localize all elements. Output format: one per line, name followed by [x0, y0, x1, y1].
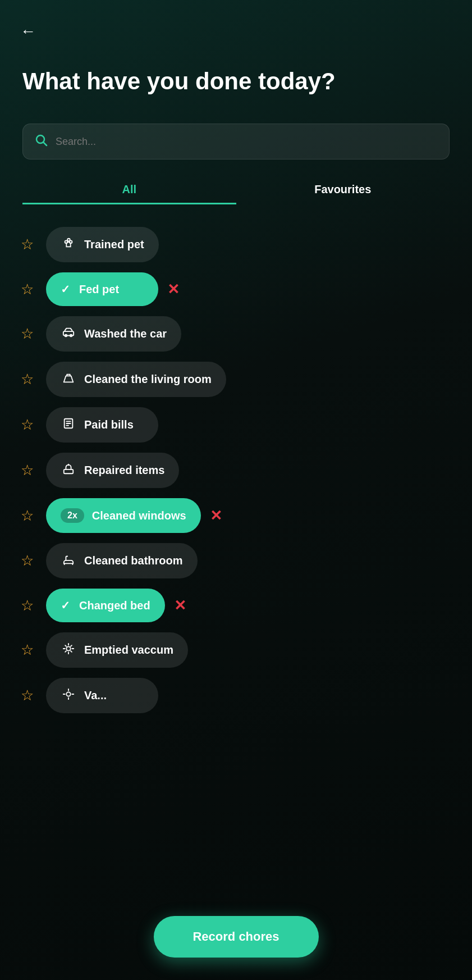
list-item: ☆ Paid bills	[17, 407, 455, 443]
list-item: ☆ Emptied vaccum	[17, 632, 455, 668]
list-item: ☆ ✓ Fed pet ✕	[17, 272, 455, 306]
chore-pill-paid-bills[interactable]: Paid bills	[46, 407, 158, 443]
remove-button[interactable]: ✕	[174, 597, 186, 614]
chore-label: Changed bed	[79, 599, 150, 612]
list-item: ☆ Repaired items	[17, 453, 455, 488]
remove-button[interactable]: ✕	[210, 507, 222, 525]
chore-icon-trained-pet	[61, 237, 76, 252]
chore-pill-repaired-items[interactable]: Repaired items	[46, 453, 179, 488]
search-icon	[34, 133, 48, 150]
svg-point-14	[66, 647, 70, 651]
star-button[interactable]: ☆	[17, 462, 37, 479]
chore-pill-washed-car[interactable]: Washed the car	[46, 316, 181, 352]
chore-label: Cleaned windows	[92, 509, 186, 522]
tab-bar: All Favourites	[22, 176, 450, 204]
chore-pill-cleaned-windows[interactable]: 2x Cleaned windows	[46, 498, 201, 533]
chore-icon-paid-bills	[61, 417, 76, 432]
svg-point-15	[66, 692, 70, 696]
chore-pill-cleaned-living-room[interactable]: Cleaned the living room	[46, 362, 226, 397]
search-bar	[22, 124, 450, 159]
chore-pill-trained-pet[interactable]: Trained pet	[46, 227, 159, 262]
star-button[interactable]: ☆	[17, 236, 37, 253]
list-item: ☆ Va...	[17, 678, 455, 713]
search-input[interactable]	[56, 136, 438, 148]
chore-label: Cleaned bathroom	[84, 554, 183, 567]
page-title: What have you done today?	[22, 67, 450, 95]
check-icon: ✓	[61, 282, 70, 296]
chore-label: Washed the car	[84, 327, 167, 340]
chore-icon-cleaned-living-room	[61, 372, 76, 387]
chore-list: ☆ Trained pet ☆ ✓ Fed pet ✕ ☆	[0, 221, 472, 719]
page-header: What have you done today?	[0, 0, 472, 112]
star-button[interactable]: ☆	[17, 641, 37, 659]
check-icon: ✓	[61, 599, 70, 612]
chore-pill-fed-pet[interactable]: ✓ Fed pet	[46, 272, 158, 306]
star-button[interactable]: ☆	[17, 416, 37, 434]
chore-icon-washed-car	[61, 326, 76, 341]
multi-count-badge: 2x	[61, 508, 84, 523]
chore-label: Va...	[84, 689, 107, 702]
chore-label: Cleaned the living room	[84, 373, 212, 386]
chore-label: Paid bills	[84, 418, 134, 431]
chore-pill-emptied-vaccum[interactable]: Emptied vaccum	[46, 632, 188, 668]
tab-all[interactable]: All	[22, 176, 236, 204]
list-item: ☆ Cleaned the living room	[17, 362, 455, 397]
chore-label: Trained pet	[84, 238, 144, 251]
back-button[interactable]: ←	[20, 22, 36, 40]
star-button[interactable]: ☆	[17, 507, 37, 525]
chore-icon-partial	[61, 688, 76, 703]
tab-favourites[interactable]: Favourites	[236, 176, 450, 204]
star-button[interactable]: ☆	[17, 325, 37, 343]
list-item: ☆ Trained pet	[17, 227, 455, 262]
chore-label: Fed pet	[79, 283, 119, 296]
chore-pill-partial[interactable]: Va...	[46, 678, 158, 713]
star-button[interactable]: ☆	[17, 597, 37, 614]
list-item: ☆ Washed the car	[17, 316, 455, 352]
chore-label: Emptied vaccum	[84, 644, 173, 657]
star-button[interactable]: ☆	[17, 552, 37, 569]
list-item: ☆ ✓ Changed bed ✕	[17, 589, 455, 622]
star-button[interactable]: ☆	[17, 281, 37, 298]
svg-rect-10	[64, 470, 74, 473]
back-icon: ←	[20, 22, 36, 40]
chore-pill-changed-bed[interactable]: ✓ Changed bed	[46, 589, 165, 622]
chore-label: Repaired items	[84, 464, 164, 477]
star-button[interactable]: ☆	[17, 687, 37, 704]
svg-line-1	[44, 143, 47, 146]
chore-icon-repaired-items	[61, 463, 76, 478]
chore-icon-emptied-vaccum	[61, 642, 76, 658]
record-btn-container: Record chores	[153, 916, 318, 958]
remove-button[interactable]: ✕	[167, 281, 180, 298]
record-chores-button[interactable]: Record chores	[153, 916, 318, 958]
chore-pill-cleaned-bathroom[interactable]: Cleaned bathroom	[46, 543, 198, 578]
list-item: ☆ 2x Cleaned windows ✕	[17, 498, 455, 533]
list-item: ☆ Cleaned bathroom	[17, 543, 455, 578]
chore-icon-cleaned-bathroom	[61, 553, 76, 568]
star-button[interactable]: ☆	[17, 371, 37, 388]
